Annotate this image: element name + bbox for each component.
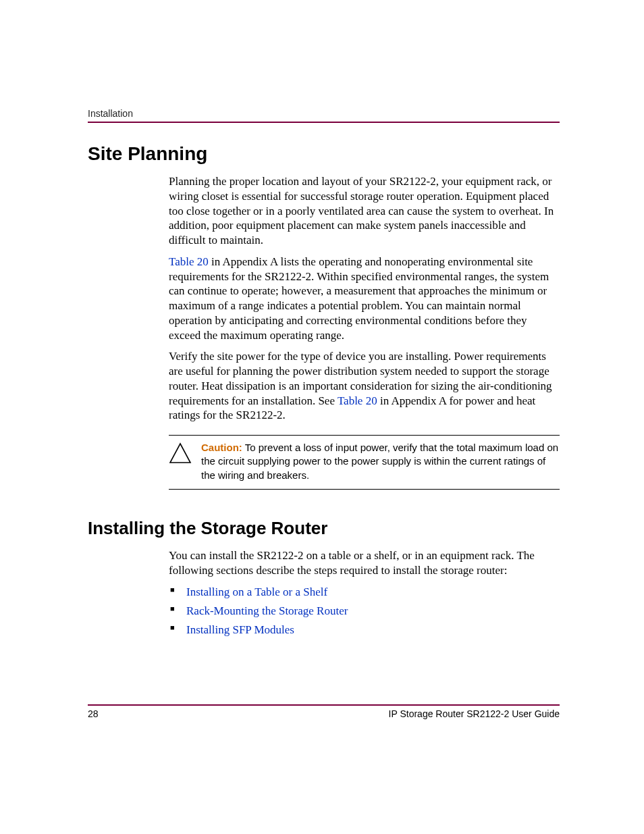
- doc-title: IP Storage Router SR2122-2 User Guide: [389, 708, 560, 719]
- list-item: Installing SFP Modules: [169, 622, 560, 638]
- paragraph: Verify the site power for the type of de…: [169, 349, 560, 423]
- header-rule: [88, 122, 560, 123]
- footer-rule: [88, 704, 560, 706]
- heading-installing-storage-router: Installing the Storage Router: [88, 518, 560, 539]
- heading-site-planning: Site Planning: [88, 143, 560, 165]
- link-installing-sfp[interactable]: Installing SFP Modules: [186, 623, 294, 636]
- site-planning-body: Planning the proper location and layout …: [169, 174, 560, 423]
- paragraph-text: in Appendix A lists the operating and no…: [169, 255, 549, 342]
- caution-text: Caution: To prevent a loss of input powe…: [201, 441, 560, 482]
- caution-label: Caution:: [201, 442, 242, 453]
- link-table-20[interactable]: Table 20: [338, 394, 377, 407]
- paragraph: Table 20 in Appendix A lists the operati…: [169, 255, 560, 343]
- svg-marker-0: [170, 444, 190, 463]
- page: Installation Site Planning Planning the …: [0, 0, 644, 834]
- running-head: Installation: [88, 108, 560, 119]
- list-item: Rack-Mounting the Storage Router: [169, 603, 560, 619]
- page-number: 28: [88, 708, 99, 719]
- caution-icon: [169, 441, 192, 464]
- link-table-20[interactable]: Table 20: [169, 255, 209, 268]
- caution-body: To prevent a loss of input power, verify…: [201, 442, 558, 481]
- link-list: Installing on a Table or a Shelf Rack-Mo…: [169, 584, 560, 637]
- caution-box: Caution: To prevent a loss of input powe…: [169, 435, 560, 490]
- list-item: Installing on a Table or a Shelf: [169, 584, 560, 600]
- footer: 28 IP Storage Router SR2122-2 User Guide: [88, 704, 560, 719]
- link-installing-table-shelf[interactable]: Installing on a Table or a Shelf: [186, 585, 327, 598]
- installing-body: You can install the SR2122-2 on a table …: [169, 548, 560, 638]
- paragraph: You can install the SR2122-2 on a table …: [169, 548, 560, 578]
- paragraph: Planning the proper location and layout …: [169, 174, 560, 248]
- link-rack-mounting[interactable]: Rack-Mounting the Storage Router: [186, 604, 348, 617]
